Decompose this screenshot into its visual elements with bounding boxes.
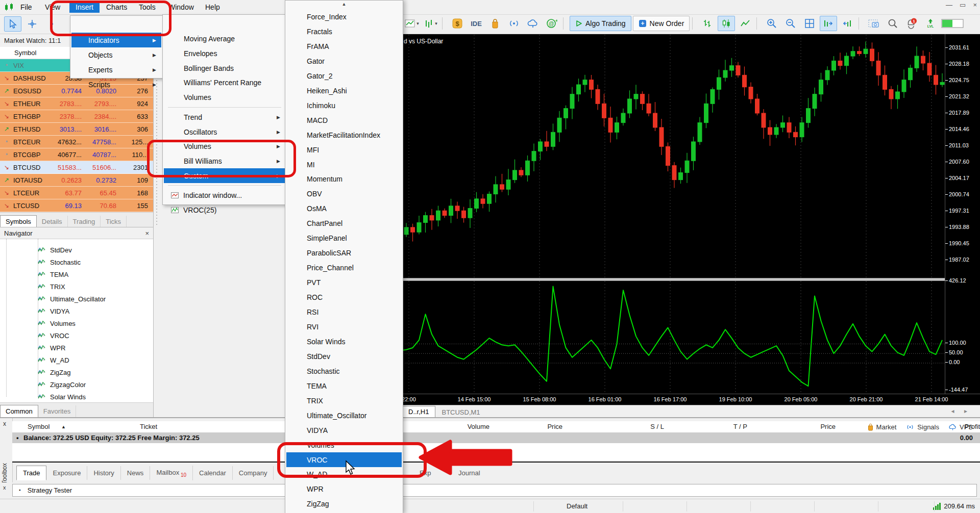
zoom-in-button[interactable] xyxy=(763,16,780,31)
toolbox-close-icon[interactable]: x xyxy=(3,420,6,427)
market-watch-row[interactable]: ↘LTCUSD69.1370.68155 xyxy=(0,199,153,212)
custom-menu-item-stochastic[interactable]: Stochastic xyxy=(286,364,402,378)
custom-menu-item-obv[interactable]: OBV xyxy=(286,187,402,201)
link-vps[interactable]: VPS xyxy=(948,423,973,431)
menu-item-vroc-25-[interactable]: VROC(25) xyxy=(164,203,285,218)
custom-menu-item-volumes[interactable]: Volumes xyxy=(286,438,402,452)
close-icon[interactable]: × xyxy=(973,1,977,9)
chart-style-combo[interactable]: ▾ xyxy=(403,16,421,31)
menubar-item-insert[interactable]: Insert xyxy=(69,2,100,13)
navigator-item-stddev[interactable]: StdDev xyxy=(38,244,72,256)
toolbox-tab-mailbox[interactable]: Mailbox 10 xyxy=(150,466,193,481)
toolbox-tab-exposure[interactable]: Exposure xyxy=(46,466,87,480)
custom-menu-item-rsi[interactable]: RSI xyxy=(286,305,402,320)
custom-menu-item-simplepanel[interactable]: SimplePanel xyxy=(286,231,402,246)
market-watch-row[interactable]: ↗IOTAUSD0.26230.2732109 xyxy=(0,174,153,187)
navigator-item-tema[interactable]: TEMA xyxy=(38,268,68,280)
custom-menu-item-marketfacilitationindex[interactable]: MarketFacilitationIndex xyxy=(286,127,402,142)
navigator-close-icon[interactable]: × xyxy=(145,229,149,237)
market-watch-tab-symbols[interactable]: Symbols xyxy=(0,215,37,228)
menu-item-volumes[interactable]: Volumes▶ xyxy=(164,139,285,154)
bars-mode-button[interactable] xyxy=(699,16,716,31)
custom-menu-item-zigzag[interactable]: ZigZag xyxy=(286,497,402,511)
toolbox-tab-company[interactable]: Company xyxy=(233,466,274,480)
market-watch-tab-details[interactable]: Details xyxy=(37,216,68,227)
menubar-item-file[interactable]: File xyxy=(14,2,38,13)
custom-menu-item-chartpanel[interactable]: ChartPanel xyxy=(286,216,402,231)
market-watch-tab-trading[interactable]: Trading xyxy=(68,216,101,227)
column-header-sl[interactable]: S / L xyxy=(603,423,664,430)
toolbox-tab-exp[interactable]: Exp xyxy=(420,469,431,477)
new-order-button[interactable]: +New Order xyxy=(633,16,690,31)
custom-menu-item-force-index[interactable]: Force_Index xyxy=(286,10,402,24)
chart-tab-d-r-h1[interactable]: D..r,H1 xyxy=(402,406,435,418)
shift-end-button[interactable] xyxy=(820,16,837,31)
chart-tab-scroll-arrows[interactable]: ◂ ▸ xyxy=(951,407,971,415)
toolbox-tab-journal[interactable]: Journal xyxy=(458,469,480,477)
line-mode-button[interactable] xyxy=(737,16,754,31)
auto-scroll-button[interactable] xyxy=(839,16,856,31)
custom-menu-item-heiken-ashi[interactable]: Heiken_Ashi xyxy=(286,83,402,98)
market-watch-row[interactable]: •BTCEUR47632...47758...125... xyxy=(0,136,153,148)
menu-item-indicator-window-[interactable]: Indicator window... xyxy=(164,188,285,203)
market-watch-row[interactable]: ↘ETHEUR2783....2793....924 xyxy=(0,97,153,110)
signals-button[interactable] xyxy=(505,16,523,31)
column-header-price[interactable]: Price xyxy=(774,423,836,430)
market-watch-tab-ticks[interactable]: Ticks xyxy=(101,216,127,227)
indicator-list-combo[interactable]: ▾ xyxy=(422,16,439,31)
market-button[interactable] xyxy=(486,16,504,31)
custom-menu-item-momentum[interactable]: Momentum xyxy=(286,172,402,187)
chart-window[interactable]: d vs US-Dollar 2031.612028.182024.752021… xyxy=(327,34,980,417)
menu-item-moving-average[interactable]: Moving Average xyxy=(164,32,285,46)
menu-item-williams-percent-range[interactable]: Williams' Percent Range xyxy=(164,75,285,90)
market-watch-row[interactable]: ↘BTCUSD51583...51606...2301 xyxy=(0,161,153,174)
toolbox-tab-trade[interactable]: Trade xyxy=(16,466,46,480)
tester-close-icon[interactable]: x xyxy=(3,484,6,491)
custom-menu-item-mi[interactable]: MI xyxy=(286,157,402,172)
zoom-out-button[interactable] xyxy=(782,16,799,31)
vps-button[interactable] xyxy=(524,16,542,31)
navigator-item-zigzagcolor[interactable]: ZigzagColor xyxy=(38,378,86,391)
custom-menu-item-osma[interactable]: OsMA xyxy=(286,201,402,216)
custom-menu-item-pvt[interactable]: PVT xyxy=(286,275,402,290)
navigator-item-solar winds[interactable]: Solar Winds xyxy=(38,391,86,403)
column-header-price[interactable]: Price xyxy=(501,423,562,430)
menu-item-trend[interactable]: Trend▶ xyxy=(164,110,285,125)
notifications-button[interactable]: 1 xyxy=(903,16,920,31)
menubar-item-window[interactable]: Window xyxy=(162,2,200,13)
menubar-item-help[interactable]: Help xyxy=(199,2,226,13)
menu-item-indicators[interactable]: Indicators▶ xyxy=(71,33,161,47)
custom-menu-item-vidya[interactable]: VIDYA xyxy=(286,423,402,438)
menu-item-experts[interactable]: Experts▶ xyxy=(71,62,161,77)
candles-mode-button[interactable] xyxy=(718,16,735,31)
status-profile[interactable]: Default xyxy=(567,502,587,510)
navigator-item-ultimate_oscillator[interactable]: Ultimate_Oscillator xyxy=(38,293,106,305)
navigator-tab-favorites[interactable]: Favorites xyxy=(38,405,76,417)
link-signals[interactable]: Signals xyxy=(905,423,939,431)
custom-menu-item-wpr[interactable]: WPR xyxy=(286,482,402,497)
column-header-volume[interactable]: Volume xyxy=(428,423,489,430)
menu-scroll-up-icon[interactable]: ▲ xyxy=(285,2,403,7)
tile-windows-button[interactable] xyxy=(801,16,818,31)
navigator-item-zigzag[interactable]: ZigZag xyxy=(38,366,70,378)
link-market[interactable]: Market xyxy=(867,423,897,431)
maximize-icon[interactable]: ▭ xyxy=(960,1,966,9)
column-header-tp[interactable]: T / P xyxy=(686,423,747,430)
market-watch-row[interactable]: ↗ETHUSD3013....3016....306 xyxy=(0,123,153,136)
search-button[interactable] xyxy=(884,16,901,31)
custom-menu-item-parabolicsar[interactable]: ParabolicSAR xyxy=(286,246,402,261)
strategy-tester-bar[interactable]: ▪ Strategy Tester xyxy=(12,484,977,497)
deposit-button[interactable]: $ xyxy=(449,16,466,31)
menu-item-envelopes[interactable]: Envelopes xyxy=(164,46,285,61)
custom-menu-item-roc[interactable]: ROC xyxy=(286,290,402,305)
custom-menu-item-w-ad[interactable]: W_AD xyxy=(286,467,402,482)
toolbox-tab-history[interactable]: History xyxy=(87,466,120,480)
navigator-item-vroc[interactable]: VROC xyxy=(38,329,69,342)
custom-menu-item-ichimoku[interactable]: Ichimoku xyxy=(286,98,402,113)
custom-menu-item-rvi[interactable]: RVI xyxy=(286,319,402,334)
custom-menu-item-frama[interactable]: FrAMA xyxy=(286,39,402,54)
custom-menu-item-stddev[interactable]: StdDev xyxy=(286,349,402,364)
market-watch-row[interactable]: •BTCGBP40677...40787...110... xyxy=(0,148,153,161)
price-chart-canvas[interactable] xyxy=(327,35,945,278)
algo-trading-button[interactable]: Algo Trading xyxy=(570,16,631,31)
